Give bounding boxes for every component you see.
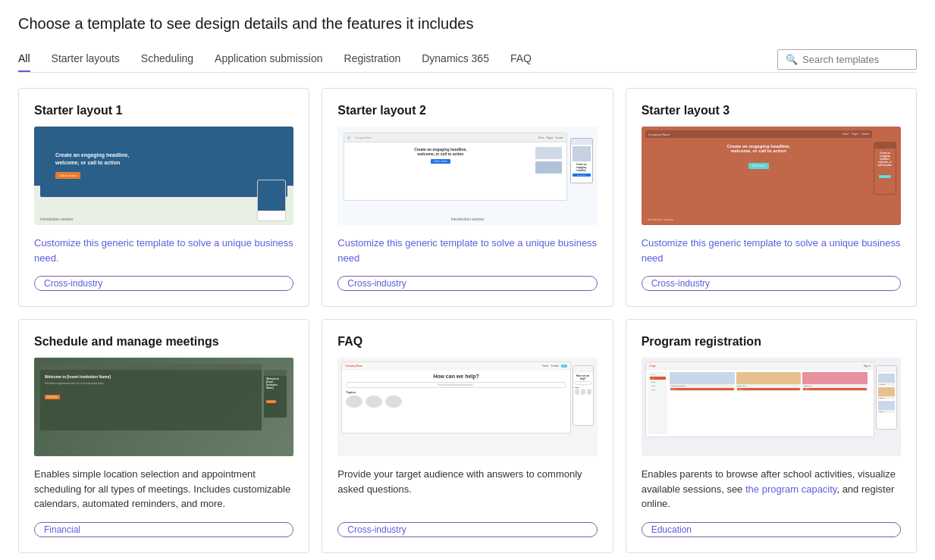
card-description: Customize this generic template to solve…: [337, 236, 597, 265]
tab-application-submission[interactable]: Application submission: [215, 46, 322, 72]
template-card-starter-layout-2[interactable]: Starter layout 2 Company Name Home Pages…: [322, 88, 613, 307]
preview-mockup-desktop: Create an engaging headline,welcome, or …: [40, 133, 287, 197]
tab-scheduling[interactable]: Scheduling: [141, 46, 193, 72]
search-input[interactable]: [802, 54, 908, 65]
card-tag: Cross-industry: [337, 522, 597, 537]
nav-tabs: All Starter layouts Scheduling Applicati…: [18, 46, 762, 72]
card-tag: Cross-industry: [642, 276, 901, 291]
card-tag: Education: [642, 522, 901, 537]
tab-registration[interactable]: Registration: [344, 46, 401, 72]
search-container: 🔍: [777, 49, 917, 70]
template-card-faq[interactable]: FAQ Company Name Home Contact FAQ How ca…: [322, 319, 613, 553]
card-description: Provide your target audience with answer…: [337, 467, 597, 512]
preview-mockup-mobile: [257, 180, 286, 221]
page-container: Choose a template to see design details …: [0, 0, 935, 560]
template-card-starter-layout-1[interactable]: Starter layout 1 Create an engaging head…: [18, 88, 309, 307]
nav-bar: All Starter layouts Scheduling Applicati…: [18, 46, 917, 73]
tab-starter-layouts[interactable]: Starter layouts: [52, 46, 120, 72]
card-preview: Company Name Home Pages Contact Create a…: [337, 127, 597, 225]
page-title: Choose a template to see design details …: [18, 15, 917, 33]
card-tag: Financial: [34, 522, 293, 537]
card-tag: Cross-industry: [34, 276, 293, 291]
tab-dynamics-365[interactable]: Dynamics 365: [422, 46, 489, 72]
card-preview: Create an engaging headline,welcome, or …: [34, 127, 293, 225]
card-preview: Company Name Home Contact FAQ How can we…: [337, 358, 597, 456]
card-preview: Company Name Home Pages Contact Create a…: [642, 127, 901, 225]
card-description: Enables simple location selection and ap…: [34, 467, 293, 512]
template-grid: Starter layout 1 Create an engaging head…: [18, 88, 917, 553]
card-preview: ● logo Sign in Category Arts Dance Music…: [642, 358, 901, 456]
tab-all[interactable]: All: [18, 46, 30, 72]
card-title: Schedule and manage meetings: [34, 335, 293, 349]
card-title: Program registration: [642, 335, 901, 349]
search-icon: 🔍: [786, 54, 798, 65]
card-preview: Welcome to [Insert Institution Name] Sch…: [34, 358, 293, 456]
template-card-schedule-meetings[interactable]: Schedule and manage meetings Welcome to …: [18, 319, 309, 553]
card-description: Customize this generic template to solve…: [642, 236, 901, 265]
card-title: Starter layout 1: [34, 104, 293, 117]
template-card-starter-layout-3[interactable]: Starter layout 3 Company Name Home Pages…: [626, 88, 917, 307]
card-description: Customize this generic template to solve…: [34, 236, 293, 265]
card-title: Starter layout 2: [337, 104, 597, 117]
card-title: FAQ: [337, 335, 597, 349]
template-card-program-registration[interactable]: Program registration ● logo Sign in Cate…: [626, 319, 917, 553]
tab-faq[interactable]: FAQ: [510, 46, 532, 72]
card-description: Enables parents to browse after school a…: [642, 467, 901, 512]
card-tag: Cross-industry: [337, 276, 597, 291]
card-title: Starter layout 3: [642, 104, 901, 117]
